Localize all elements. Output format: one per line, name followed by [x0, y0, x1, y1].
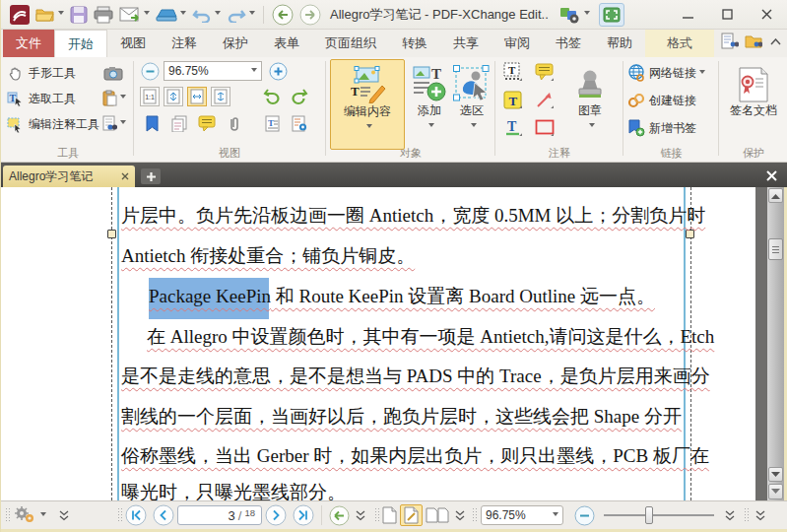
- previous-page-button[interactable]: [150, 503, 177, 527]
- find-button[interactable]: [99, 112, 129, 134]
- edit-content-button[interactable]: T 编辑内容: [330, 59, 405, 150]
- properties-pane-button[interactable]: [288, 112, 311, 134]
- zoom-out-button[interactable]: [138, 60, 162, 82]
- create-link-button[interactable]: 创建链接: [627, 89, 696, 112]
- undo-button[interactable]: [189, 3, 224, 27]
- status-zoom-combobox[interactable]: 96.75%: [481, 505, 563, 525]
- close-button[interactable]: [747, 2, 786, 28]
- document-tab-close-icon[interactable]: [121, 169, 129, 183]
- add-object-icon: T: [412, 59, 447, 102]
- redo-button[interactable]: [224, 3, 258, 27]
- vertical-scrollbar[interactable]: [767, 187, 784, 500]
- snapshot-button[interactable]: [101, 62, 125, 84]
- underline-text-tool-button[interactable]: T: [499, 114, 526, 140]
- ui-options-icon[interactable]: [557, 3, 593, 27]
- edit-comment-tool-button[interactable]: 编辑注释工具: [7, 112, 99, 136]
- tab-organize[interactable]: 页面组织: [312, 30, 389, 57]
- reading-mode-icon[interactable]: [718, 30, 742, 53]
- two-page-view-button[interactable]: [423, 503, 452, 527]
- select-objects-button[interactable]: 选区: [452, 59, 492, 150]
- tab-form[interactable]: 表单: [261, 30, 312, 57]
- previous-view-button[interactable]: [326, 503, 353, 527]
- thumbnails-pane-button[interactable]: [167, 112, 191, 134]
- save-button[interactable]: [67, 3, 91, 27]
- email-button[interactable]: [116, 3, 153, 27]
- select-tool-button[interactable]: T 选取工具: [7, 87, 76, 110]
- next-page-button[interactable]: [262, 503, 290, 527]
- highlight-text-tool-button[interactable]: T: [499, 87, 526, 112]
- first-page-button[interactable]: [122, 503, 150, 527]
- layout-expand-button[interactable]: [452, 503, 468, 527]
- attachments-pane-button[interactable]: [223, 112, 246, 134]
- tab-share[interactable]: 共享: [440, 30, 492, 57]
- arrow-tool-button[interactable]: [531, 87, 557, 112]
- zoom-expand-button[interactable]: [722, 503, 738, 527]
- zoom-in-button[interactable]: [266, 60, 290, 82]
- sign-document-button[interactable]: 签名文档: [723, 59, 784, 150]
- rotate-cw-button[interactable]: [288, 86, 311, 107]
- tab-home[interactable]: 开始: [54, 30, 107, 57]
- fit-width-button[interactable]: [187, 87, 207, 106]
- print-button[interactable]: [91, 3, 116, 27]
- sticky-note-tool-button[interactable]: [531, 59, 557, 85]
- scroll-down-button[interactable]: [768, 467, 783, 482]
- scroll-options-button[interactable]: [768, 484, 783, 499]
- content-pane-button[interactable]: T: [260, 112, 284, 134]
- status-zoom-out-button[interactable]: [571, 503, 598, 527]
- history-forward-button[interactable]: [296, 3, 324, 27]
- tab-help[interactable]: 帮助: [594, 30, 645, 57]
- tab-bookmarks[interactable]: 书签: [543, 30, 594, 57]
- web-link-button[interactable]: 网络链接: [627, 61, 705, 85]
- tab-file[interactable]: 文件: [3, 30, 54, 57]
- fit-visible-button[interactable]: [164, 87, 183, 106]
- tab-review[interactable]: 审阅: [492, 30, 543, 57]
- status-expand-left-button[interactable]: [56, 503, 72, 527]
- add-object-button[interactable]: T 添加: [409, 59, 450, 150]
- nav-expand-button[interactable]: [353, 503, 368, 527]
- selection-handle-right[interactable]: [686, 230, 694, 238]
- hand-tool-button[interactable]: 手形工具: [7, 61, 76, 85]
- paste-button[interactable]: [99, 87, 129, 108]
- tab-format[interactable]: 格式: [645, 30, 714, 57]
- far-right-expand-button[interactable]: [753, 503, 768, 527]
- fit-page-button[interactable]: [211, 87, 230, 106]
- open-file-button[interactable]: [33, 3, 67, 27]
- status-settings-button[interactable]: [10, 503, 48, 527]
- page-number-input[interactable]: 3 / 18: [177, 505, 262, 525]
- bookmarks-pane-button[interactable]: [140, 112, 164, 134]
- scan-button[interactable]: [153, 3, 189, 27]
- fullscreen-toggle-button[interactable]: [599, 3, 624, 27]
- document-page[interactable]: 片层中。负片先沿板边画一圈 Antietch，宽度 0.5MM 以上；分割负片时…: [1, 187, 787, 500]
- selection-handle-left[interactable]: [107, 230, 116, 238]
- document-tab[interactable]: Allegro学习笔记: [3, 166, 135, 187]
- actual-size-button[interactable]: 1:1: [140, 87, 160, 106]
- last-page-button[interactable]: [290, 503, 317, 527]
- comments-pane-button[interactable]: [195, 112, 219, 134]
- typewriter-tool-button[interactable]: T: [499, 59, 526, 85]
- single-page-view-button[interactable]: [379, 503, 400, 527]
- fit-page-view-button[interactable]: [400, 504, 423, 526]
- scroll-up-button[interactable]: [768, 188, 783, 203]
- zoom-slider-thumb[interactable]: [645, 506, 653, 524]
- tab-convert[interactable]: 转换: [389, 30, 440, 57]
- rotate-ccw-button[interactable]: [260, 86, 284, 107]
- zoom-level-combobox[interactable]: 96.75%: [164, 61, 262, 81]
- shared-review-icon[interactable]: [742, 30, 765, 53]
- zoom-slider[interactable]: [604, 514, 714, 516]
- zoom-grip[interactable]: [472, 507, 477, 523]
- minimize-button[interactable]: [668, 2, 707, 28]
- rectangle-tool-button[interactable]: [531, 114, 557, 140]
- scrollbar-thumb[interactable]: [768, 238, 783, 260]
- collapse-ribbon-button[interactable]: [767, 30, 784, 53]
- history-back-button[interactable]: [269, 3, 296, 27]
- maximize-button[interactable]: [707, 2, 747, 28]
- sign-document-label: 签名文档: [730, 102, 777, 119]
- tab-protect[interactable]: 保护: [210, 30, 261, 57]
- close-document-button[interactable]: [762, 166, 780, 184]
- new-tab-button[interactable]: [141, 168, 161, 184]
- tab-comment[interactable]: 注释: [159, 30, 210, 57]
- tab-view[interactable]: 视图: [107, 30, 159, 57]
- right-grip[interactable]: [744, 507, 749, 523]
- add-bookmark-button[interactable]: 新增书签: [627, 116, 696, 140]
- stamp-button[interactable]: 图章: [562, 59, 618, 150]
